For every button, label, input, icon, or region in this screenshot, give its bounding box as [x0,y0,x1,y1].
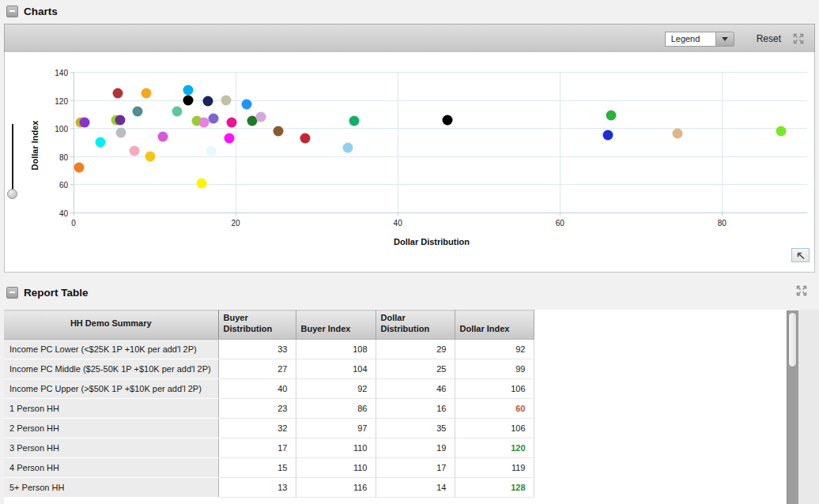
scatter-point[interactable] [199,118,209,128]
table-scrollbar-thumb[interactable] [788,312,797,367]
cell-value: 106 [455,418,534,438]
scatter-point[interactable] [95,137,105,148]
table-row[interactable]: 3 Person HH1711019120 [4,438,534,457]
scatter-point[interactable] [221,95,231,105]
cell-value: 60 [455,398,534,418]
x-axis-title: Dollar Distribution [394,237,470,246]
column-header[interactable]: Dollar Index [455,310,534,340]
table-row[interactable]: Income PC Upper (>$50K 1P +$10K per add'… [4,378,534,398]
charts-panel-title: Charts [24,6,58,17]
scatter-point[interactable] [342,143,353,153]
table-row[interactable]: 1 Person HH23861660 [4,398,534,418]
x-tick-label: 60 [556,219,564,228]
collapse-report-table-icon[interactable] [6,287,18,299]
scatter-point[interactable] [242,99,252,109]
cell-value: 86 [296,398,376,418]
legend-dropdown-button[interactable] [715,32,734,47]
row-label: 1 Person HH [4,398,218,418]
table-scrollbar[interactable] [787,310,798,504]
y-axis-title: Dollar Index [30,121,40,171]
scatter-point[interactable] [255,111,266,122]
cell-value: 23 [218,398,296,418]
gridline-horizontal [74,128,807,129]
scatter-point[interactable] [133,106,143,116]
cell-value: 19 [376,438,455,457]
scatter-point[interactable] [197,178,207,188]
column-header[interactable]: Buyer Distribution [218,310,296,340]
cell-value: 97 [296,418,376,438]
arrow-up-left-icon [795,250,806,261]
scatter-point[interactable] [142,88,152,98]
scatter-point[interactable] [74,163,85,173]
cell-value: 27 [218,359,296,378]
scatter-point[interactable] [80,118,90,128]
legend-dropdown-value: Legend [665,32,715,47]
scatter-point[interactable] [113,88,123,98]
scatter-point[interactable] [224,133,234,143]
table-row[interactable]: 4 Person HH1511017119 [4,457,534,477]
table-row[interactable]: 2 Person HH329735106 [4,418,534,438]
scatter-point[interactable] [606,111,616,121]
x-axis-line [74,213,807,213]
row-label: 5+ Person HH [4,477,218,497]
scatter-point[interactable] [145,151,156,161]
scatter-point[interactable] [206,145,217,156]
y-axis-slider-track[interactable] [12,124,13,190]
column-header[interactable]: HH Demo Summary [4,310,218,340]
cell-value: 16 [376,398,455,418]
x-tick-label: 20 [232,219,240,228]
y-tick-label: 140 [44,69,68,77]
table-row[interactable]: 5+ Person HH1311614128 [4,477,534,497]
report-table-header: Report Table [0,280,819,305]
cell-value: 110 [296,438,376,457]
scatter-point[interactable] [442,115,452,125]
reset-button[interactable]: Reset [757,33,781,44]
scatter-point[interactable] [776,126,787,136]
scatter-point[interactable] [115,115,126,125]
gridline-vertical [722,72,723,213]
scatter-point[interactable] [183,95,193,105]
legend-dropdown[interactable]: Legend [665,32,734,47]
charts-panel-header: Charts [0,0,819,22]
scatter-point[interactable] [349,116,359,126]
minus-icon [9,291,15,293]
cell-value: 33 [218,339,296,359]
expand-table-icon[interactable] [795,284,808,297]
restore-chart-button[interactable] [791,248,810,262]
scatter-point[interactable] [274,126,284,136]
scatter-point[interactable] [602,130,613,141]
scatter-point[interactable] [209,113,219,123]
cell-value: 120 [455,438,534,457]
cell-value: 17 [376,457,455,477]
y-tick-label: 80 [44,152,68,161]
y-axis-slider-handle[interactable] [7,189,17,199]
table-row[interactable]: Income PC Middle ($25-50K 1P +$10K per a… [4,359,534,378]
gridline-horizontal [74,72,807,73]
scatter-point[interactable] [300,133,311,143]
collapse-charts-icon[interactable] [6,6,18,17]
scatter-point[interactable] [116,127,126,137]
report-table: HH Demo SummaryBuyer DistributionBuyer I… [4,310,787,504]
scatter-point[interactable] [203,96,213,107]
chevron-down-icon [722,37,728,41]
gridline-vertical [560,72,560,213]
x-tick-label: 0 [71,219,76,228]
scatter-point[interactable] [226,118,236,128]
scatter-point[interactable] [183,85,193,96]
scatter-point[interactable] [672,129,682,139]
cell-value: 128 [455,477,534,497]
table-row[interactable]: Income PC Lower (<$25K 1P +10K per add'l… [4,339,534,359]
row-label: 3 Person HH [4,438,218,457]
cell-value: 92 [296,378,376,398]
cell-value: 106 [455,378,534,398]
y-tick-label: 100 [44,125,68,134]
cell-value: 17 [218,438,296,457]
scatter-point[interactable] [157,131,168,141]
column-header[interactable]: Dollar Distribution [376,310,455,340]
scatter-point[interactable] [129,145,139,156]
cell-value: 14 [376,477,455,497]
gridline-horizontal [74,184,807,185]
scatter-point[interactable] [172,106,183,116]
expand-chart-icon[interactable] [792,32,805,45]
column-header[interactable]: Buyer Index [296,310,376,340]
